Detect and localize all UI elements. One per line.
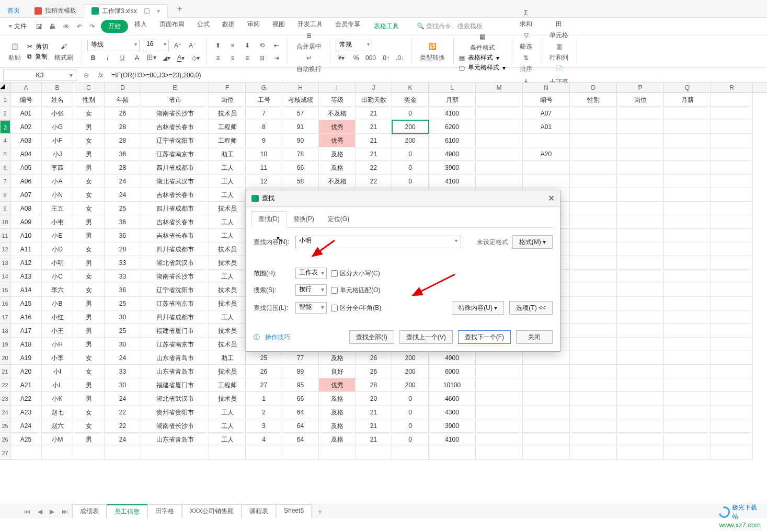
cell[interactable]: 工程师 [209,378,246,392]
col-header[interactable]: J [356,83,392,92]
cell[interactable] [711,215,753,229]
cell[interactable]: 26 [356,351,392,365]
cell[interactable]: 12 [246,175,282,188]
dialog-tab[interactable]: 定位(G) [321,211,356,227]
row-header[interactable]: 24 [0,406,10,419]
distribute[interactable]: ⊟ [256,52,268,64]
cell[interactable] [523,433,570,446]
col-header[interactable]: P [617,83,664,92]
copy-button[interactable]: ⧉复制 [27,52,48,61]
dec-dec-button[interactable]: .0↓ [394,52,406,64]
cell[interactable]: 25 [246,351,282,365]
cell[interactable] [570,310,617,324]
cell[interactable] [617,351,664,365]
sort-button[interactable]: ⇅排序 [517,52,535,74]
cell[interactable]: 4 [246,433,282,446]
cell[interactable]: 95 [282,378,319,392]
cell[interactable]: 工号 [246,93,282,107]
cell[interactable] [523,446,570,460]
cell[interactable]: 男 [73,338,105,351]
cell[interactable] [523,175,570,188]
cell[interactable]: 湖南省长沙市 [141,419,209,433]
cell[interactable] [617,161,664,175]
cell[interactable]: A18 [10,338,42,351]
cell[interactable] [570,446,617,460]
cell[interactable]: 月薪 [664,93,711,107]
cell[interactable]: 91 [282,120,319,134]
cell[interactable] [523,134,570,147]
cell[interactable] [711,446,753,460]
increase-font-button[interactable]: A⁺ [172,40,184,51]
cell[interactable]: 28 [105,134,141,147]
dialog-titlebar[interactable]: 查找 ✕ [246,190,560,207]
row-header[interactable]: 16 [0,297,10,310]
indent-dec[interactable]: ⇤ [271,40,282,51]
cell[interactable]: 4900 [429,351,476,365]
cell[interactable]: 男 [73,378,105,392]
cell[interactable] [617,297,664,310]
fillcolor-button[interactable]: ◢▾ [161,52,172,64]
sheet-tab[interactable]: 课程表 [242,504,276,518]
cell[interactable]: 36 [105,229,141,242]
cell[interactable]: 男 [73,147,105,161]
wrap-button[interactable]: ↵自动换行 [293,52,325,74]
cell[interactable]: 36 [105,215,141,229]
cell[interactable]: 6200 [429,120,476,134]
print-icon[interactable]: 🖶 [50,23,56,30]
cell[interactable]: 及格 [319,351,356,365]
cell[interactable] [664,283,711,297]
cell[interactable]: 技术员 [209,202,246,215]
row-header[interactable]: 6 [0,161,10,175]
fx-icon[interactable]: fx [98,72,103,79]
cell[interactable]: 江苏省南京市 [141,338,209,351]
cell[interactable] [711,107,753,120]
cell[interactable]: 技术员 [209,338,246,351]
cell[interactable]: A23 [10,406,42,419]
cell[interactable]: 200 [392,120,429,134]
sheet-tab[interactable]: XXX公司销售额 [182,504,242,518]
sheet-nav-prev[interactable]: ◀ [35,508,45,515]
cell[interactable]: 工人 [209,419,246,433]
cell[interactable]: 77 [282,351,319,365]
cell[interactable]: A03 [10,134,42,147]
cell[interactable] [711,202,753,215]
cell[interactable] [476,406,523,419]
special-button[interactable]: 特殊内容(U) ▾ [452,301,504,315]
cell[interactable]: 26 [356,365,392,378]
cell[interactable] [617,147,664,161]
cell[interactable]: 30 [105,338,141,351]
cell[interactable]: 21 [356,419,392,433]
cell[interactable]: 山东省青岛市 [141,365,209,378]
fontsize-select[interactable]: 16 [143,40,169,51]
row-header[interactable]: 25 [0,419,10,433]
cell[interactable]: 女 [73,365,105,378]
cell[interactable]: 李六 [42,283,73,297]
cell[interactable]: 贵州省贵阳市 [141,406,209,419]
cell[interactable]: 1 [246,392,282,406]
cell[interactable]: 66 [282,392,319,406]
row-header[interactable]: 2 [0,107,10,120]
cell[interactable] [476,134,523,147]
cell[interactable]: 0 [392,107,429,120]
cell[interactable]: 26 [246,365,282,378]
cell[interactable]: 36 [105,147,141,161]
cell[interactable] [617,378,664,392]
cell[interactable] [570,256,617,270]
cell[interactable]: 助工 [209,147,246,161]
indent-inc[interactable]: ⇥ [271,52,282,64]
cell[interactable]: 优秀 [319,134,356,147]
row-header[interactable]: 21 [0,365,10,378]
cell[interactable] [664,147,711,161]
cell[interactable]: 技术员 [209,324,246,338]
cell[interactable]: 4900 [429,147,476,161]
cell[interactable]: 24 [105,175,141,188]
cell[interactable] [476,365,523,378]
cell[interactable] [664,297,711,310]
cell[interactable]: 21 [356,147,392,161]
scope-select[interactable]: 工作表 [295,268,327,279]
cell[interactable] [664,120,711,134]
cell[interactable]: 0 [392,392,429,406]
cell[interactable]: A24 [10,419,42,433]
cell[interactable]: 女 [73,419,105,433]
cell[interactable]: 30 [105,310,141,324]
